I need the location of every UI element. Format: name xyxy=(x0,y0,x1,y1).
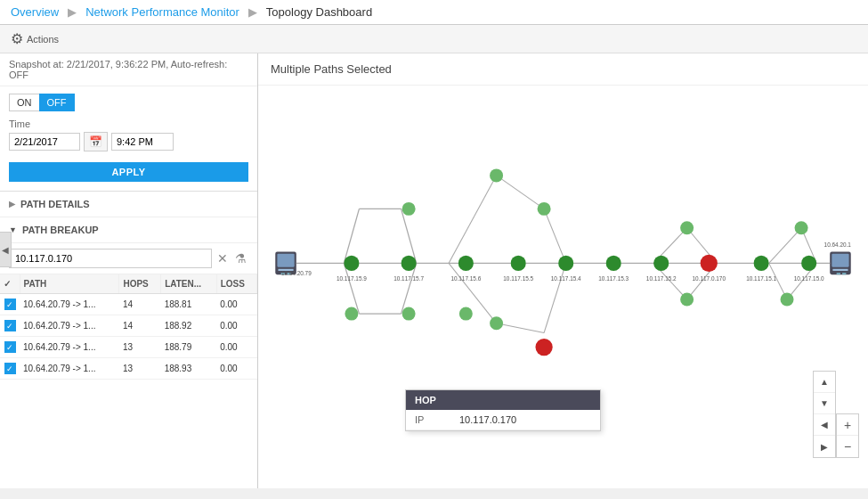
col-latency: LATEN... xyxy=(161,274,216,294)
row-checkbox[interactable]: ✓ xyxy=(0,315,20,337)
main-container: Snapshot at: 2/21/2017, 9:36:22 PM, Auto… xyxy=(0,53,868,488)
row-hops: 13 xyxy=(119,337,161,358)
path-details-arrow: ▶ xyxy=(9,200,15,209)
row-hops: 14 xyxy=(119,294,161,315)
svg-line-23 xyxy=(497,176,545,209)
zoom-out-button[interactable]: − xyxy=(837,436,858,457)
row-hops: 14 xyxy=(119,315,161,337)
actions-icon: ⚙ xyxy=(11,30,23,47)
table-row[interactable]: ✓ 10.64.20.79 -> 1... 14 188.92 0.00 xyxy=(0,315,257,337)
row-latency: 188.93 xyxy=(161,358,216,380)
zoom-arrows: ▲ ▼ ◀ ▶ xyxy=(813,371,836,458)
pan-up-button[interactable]: ▲ xyxy=(814,372,835,393)
time-input[interactable] xyxy=(111,133,174,151)
hop-tooltip-value: 10.117.0.170 xyxy=(459,414,516,425)
svg-line-22 xyxy=(449,176,497,263)
date-input[interactable] xyxy=(9,133,80,151)
svg-text:10.117.15.2: 10.117.15.2 xyxy=(646,275,677,282)
row-loss: 0.00 xyxy=(216,294,256,315)
node-green-6[interactable] xyxy=(606,256,621,271)
toggle-off-button[interactable]: OFF xyxy=(39,94,75,111)
breadcrumb-bar: Overview ▶ Network Performance Monitor ▶… xyxy=(0,0,868,25)
breadcrumb-arrow-1: ▶ xyxy=(68,5,77,19)
path-breakup-header[interactable]: ▼ PATH BREAKUP xyxy=(0,217,257,243)
topology-title: Multiple Paths Selected xyxy=(258,53,868,86)
node-red-1[interactable] xyxy=(701,255,718,272)
path-details-header[interactable]: ▶ PATH DETAILS xyxy=(0,192,257,217)
col-hops: HOPS xyxy=(119,274,161,294)
actions-label: Actions xyxy=(27,34,59,45)
col-loss: LOSS xyxy=(216,274,256,294)
col-check: ✓ xyxy=(0,274,20,294)
node-lightgreen-7[interactable] xyxy=(490,316,503,330)
row-latency: 188.79 xyxy=(161,337,216,358)
node-lightgreen-4[interactable] xyxy=(402,202,416,216)
row-checkbox[interactable]: ✓ xyxy=(0,358,20,380)
node-lightgreen-6[interactable] xyxy=(538,202,551,216)
pan-right-button[interactable]: ▶ xyxy=(814,436,835,457)
pan-down-button[interactable]: ▼ xyxy=(814,393,835,414)
zoom-controls: + − xyxy=(836,413,859,458)
table-row[interactable]: ✓ 10.64.20.79 -> 1... 13 188.79 0.00 xyxy=(0,337,257,358)
svg-line-35 xyxy=(769,228,801,264)
toggle-row: ON OFF xyxy=(0,86,257,115)
row-path: 10.64.20.79 -> 1... xyxy=(20,358,119,380)
left-panel: Snapshot at: 2/21/2017, 9:36:22 PM, Auto… xyxy=(0,53,258,488)
row-loss: 0.00 xyxy=(216,315,256,337)
clear-icon[interactable]: ✕ xyxy=(215,250,230,267)
node-lightgreen-8[interactable] xyxy=(680,221,694,234)
topology-area: 10.117.15.9 10.117.15.7 10.117.15.6 10.1… xyxy=(258,86,868,485)
node-lightgreen-11[interactable] xyxy=(781,293,794,307)
node-lightgreen-3[interactable] xyxy=(459,307,473,321)
svg-rect-4 xyxy=(831,254,848,267)
row-checkbox[interactable]: ✓ xyxy=(0,294,20,315)
time-inputs: 📅 xyxy=(9,132,248,151)
breadcrumb-page: Topology Dashboard xyxy=(266,5,372,19)
node-lightgreen-2[interactable] xyxy=(402,307,416,321)
node-green-2[interactable] xyxy=(402,256,417,271)
table-row[interactable]: ✓ 10.64.20.79 -> 1... 14 188.81 0.00 xyxy=(0,294,257,315)
node-lightgreen-10[interactable] xyxy=(795,221,808,234)
hop-tooltip-row: IP 10.117.0.170 xyxy=(406,410,600,430)
node-green-9[interactable] xyxy=(754,256,769,271)
svg-rect-5 xyxy=(832,269,848,271)
node-green-7[interactable] xyxy=(653,256,669,271)
row-latency: 188.81 xyxy=(161,294,216,315)
node-green-3[interactable] xyxy=(458,256,474,271)
node-green-10[interactable] xyxy=(801,256,816,271)
actions-bar: ⚙ Actions xyxy=(0,25,868,53)
time-section: Time 📅 xyxy=(0,115,257,159)
table-row[interactable]: ✓ 10.64.20.79 -> 1... 13 188.93 0.00 xyxy=(0,358,257,380)
svg-line-24 xyxy=(544,209,566,263)
snapshot-text: Snapshot at: 2/21/2017, 9:36:22 PM, Auto… xyxy=(9,59,227,80)
svg-line-21 xyxy=(402,209,417,263)
time-label: Time xyxy=(9,119,248,129)
node-green-4[interactable] xyxy=(511,256,526,271)
row-checkbox[interactable]: ✓ xyxy=(0,337,20,358)
panel-collapse-button[interactable]: ◀ xyxy=(0,232,12,267)
apply-button[interactable]: APPLY xyxy=(9,162,248,182)
zoom-in-button[interactable]: + xyxy=(837,414,858,436)
row-path: 10.64.20.79 -> 1... xyxy=(20,337,119,358)
node-green-1[interactable] xyxy=(344,256,359,271)
breadcrumb-overview[interactable]: Overview xyxy=(11,5,59,19)
node-lightgreen-9[interactable] xyxy=(680,293,694,307)
pan-left-button[interactable]: ◀ xyxy=(814,414,835,436)
svg-rect-0 xyxy=(277,254,294,267)
node-green-5[interactable] xyxy=(558,256,573,271)
node-lightgreen-1[interactable] xyxy=(345,307,358,321)
node-lightgreen-5[interactable] xyxy=(490,168,503,182)
path-table-container: ✓ PATH HOPS LATEN... LOSS ✓ 10.64.20.79 … xyxy=(0,274,257,488)
hop-tooltip-key: IP xyxy=(415,414,442,425)
calendar-button[interactable]: 📅 xyxy=(84,132,108,151)
snapshot-bar: Snapshot at: 2/21/2017, 9:36:22 PM, Auto… xyxy=(0,53,257,86)
node-red-2[interactable] xyxy=(535,339,552,356)
svg-rect-7 xyxy=(842,273,846,274)
svg-text:10.117.15.7: 10.117.15.7 xyxy=(393,275,424,282)
toggle-on-button[interactable]: ON xyxy=(9,94,39,111)
path-search-input[interactable] xyxy=(9,249,212,268)
filter-icon[interactable]: ⚗ xyxy=(233,250,248,267)
path-details-label: PATH DETAILS xyxy=(20,199,90,209)
path-table: ✓ PATH HOPS LATEN... LOSS ✓ 10.64.20.79 … xyxy=(0,274,257,380)
breadcrumb-app[interactable]: Network Performance Monitor xyxy=(85,5,239,19)
